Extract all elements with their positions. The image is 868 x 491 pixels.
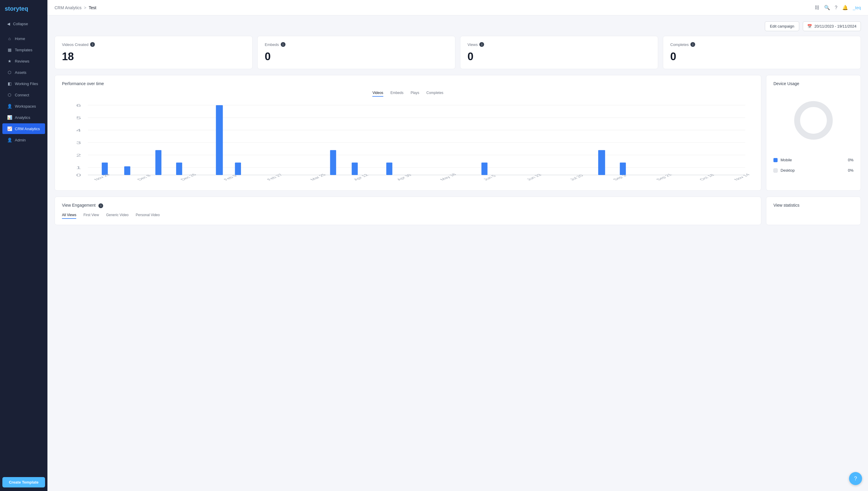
- stat-value: 0: [670, 50, 854, 63]
- sidebar-footer: Create Template: [0, 473, 48, 491]
- sidebar-item-reviews[interactable]: ★ Reviews: [2, 56, 45, 66]
- crm-analytics-icon: 📈: [7, 126, 12, 131]
- sidebar-item-templates[interactable]: ▦ Templates: [2, 45, 45, 55]
- donut-chart-svg: [793, 99, 834, 141]
- sidebar-item-working-files[interactable]: ◧ Working Files: [2, 78, 45, 89]
- chart-tab-plays[interactable]: Plays: [411, 91, 419, 97]
- svg-text:Mar 25: Mar 25: [309, 173, 327, 181]
- desktop-label: Desktop: [781, 168, 795, 173]
- svg-rect-19: [235, 163, 241, 175]
- info-icon[interactable]: i: [90, 42, 95, 47]
- engagement-card: View Engagement i All Views First View G…: [55, 197, 761, 225]
- svg-text:1: 1: [76, 166, 81, 170]
- assets-icon: ⬡: [7, 70, 12, 75]
- eng-tab-personal-video[interactable]: Personal Video: [136, 213, 160, 219]
- sidebar-item-home[interactable]: ⌂ Home: [2, 33, 45, 44]
- chart-tab-embeds[interactable]: Embeds: [390, 91, 403, 97]
- link-icon[interactable]: ⛓: [815, 5, 819, 10]
- stats-row: Videos Created i 18 Embeds i 0 Views i 0: [55, 36, 861, 69]
- sidebar-item-assets[interactable]: ⬡ Assets: [2, 67, 45, 78]
- view-stats-title: View statistics: [773, 203, 854, 207]
- sidebar-item-label: Connect: [15, 93, 29, 97]
- svg-text:3: 3: [76, 141, 81, 145]
- info-icon[interactable]: i: [479, 42, 484, 47]
- engagement-title-text: View Engagement: [62, 203, 95, 207]
- mobile-pct: 0%: [848, 158, 854, 162]
- user-label[interactable]: _teq: [853, 5, 861, 10]
- content-area: Edit campaign 📅 20/11/2023 - 19/11/2024 …: [48, 16, 868, 491]
- desktop-dot: [773, 168, 778, 173]
- device-legend-mobile: Mobile 0%: [773, 155, 854, 165]
- svg-rect-21: [352, 163, 358, 175]
- sidebar-item-label: CRM Analytics: [15, 126, 40, 131]
- stat-card-videos-created: Videos Created i 18: [55, 36, 252, 69]
- mobile-label: Mobile: [781, 158, 792, 162]
- chart-tab-completes[interactable]: Completes: [426, 91, 443, 97]
- svg-text:4: 4: [76, 128, 81, 133]
- stat-value: 18: [62, 50, 245, 63]
- stat-value: 0: [265, 50, 448, 63]
- svg-text:6: 6: [76, 104, 81, 108]
- sidebar-item-workspaces[interactable]: 👤 Workspaces: [2, 101, 45, 112]
- device-legend: Mobile 0% Desktop 0%: [773, 155, 854, 176]
- charts-row: Performance over time Videos Embeds Play…: [55, 75, 861, 191]
- stat-label: Completes i: [670, 42, 854, 47]
- support-button[interactable]: ?: [849, 472, 862, 485]
- bar-chart: 6 5 4 3 2 1 0: [62, 102, 754, 184]
- eng-tab-generic-video[interactable]: Generic Video: [106, 213, 129, 219]
- templates-icon: ▦: [7, 48, 12, 52]
- performance-chart-card: Performance over time Videos Embeds Play…: [55, 75, 761, 191]
- workspaces-icon: 👤: [7, 104, 12, 109]
- svg-rect-16: [155, 150, 161, 175]
- sidebar: storyteq ◀ Collapse ⌂ Home ▦ Templates ★…: [0, 0, 48, 491]
- sidebar-item-analytics[interactable]: 📊 Analytics: [2, 112, 45, 123]
- create-template-button[interactable]: Create Template: [2, 477, 45, 487]
- bottom-row: View Engagement i All Views First View G…: [55, 197, 861, 225]
- reviews-icon: ★: [7, 59, 12, 63]
- campaign-header: Edit campaign 📅 20/11/2023 - 19/11/2024: [55, 21, 861, 31]
- sidebar-item-label: Assets: [15, 70, 26, 75]
- svg-text:May 18: May 18: [439, 173, 457, 181]
- eng-tab-first-view[interactable]: First View: [83, 213, 99, 219]
- svg-rect-18: [216, 105, 222, 175]
- help-icon[interactable]: ?: [835, 5, 837, 10]
- svg-rect-20: [330, 150, 336, 175]
- search-icon[interactable]: 🔍: [824, 5, 830, 10]
- sidebar-item-label: Admin: [15, 138, 26, 142]
- info-icon[interactable]: i: [281, 42, 286, 47]
- sidebar-item-label: Templates: [15, 48, 32, 52]
- sidebar-item-label: Analytics: [15, 115, 30, 120]
- desktop-pct: 0%: [848, 168, 854, 173]
- mobile-dot: [773, 158, 778, 162]
- breadcrumb-current: Test: [89, 5, 96, 10]
- bell-icon[interactable]: 🔔: [842, 5, 848, 10]
- stat-label-text: Videos Created: [62, 42, 88, 47]
- admin-icon: 👤: [7, 138, 12, 142]
- stat-label: Embeds i: [265, 42, 448, 47]
- chart-tab-videos[interactable]: Videos: [372, 91, 383, 97]
- svg-text:5: 5: [76, 116, 81, 120]
- home-icon: ⌂: [7, 36, 12, 41]
- svg-text:Feb 9: Feb 9: [222, 174, 238, 181]
- logo-accent: teq: [19, 5, 28, 12]
- topbar-actions: ⛓ 🔍 ? 🔔 _teq: [815, 5, 861, 10]
- info-icon[interactable]: i: [690, 42, 695, 47]
- calendar-icon: 📅: [807, 24, 812, 28]
- collapse-button[interactable]: ◀ Collapse: [2, 19, 45, 29]
- stat-label-text: Completes: [670, 42, 689, 47]
- breadcrumb-separator: >: [84, 5, 86, 10]
- bar-chart-svg: 6 5 4 3 2 1 0: [62, 102, 754, 184]
- sidebar-item-label: Reviews: [15, 59, 29, 63]
- svg-text:0: 0: [76, 173, 81, 177]
- date-range: 📅 20/11/2023 - 19/11/2024: [803, 21, 861, 31]
- edit-campaign-button[interactable]: Edit campaign: [765, 21, 799, 31]
- sidebar-item-connect[interactable]: ⬡ Connect: [2, 90, 45, 100]
- sidebar-item-admin[interactable]: 👤 Admin: [2, 135, 45, 145]
- eng-tab-all-views[interactable]: All Views: [62, 213, 76, 219]
- performance-chart-title: Performance over time: [62, 81, 754, 86]
- collapse-icon: ◀: [7, 22, 10, 26]
- svg-text:2: 2: [76, 153, 81, 157]
- breadcrumb-parent[interactable]: CRM Analytics: [55, 5, 82, 10]
- sidebar-item-crm-analytics[interactable]: 📈 CRM Analytics: [2, 123, 45, 134]
- engagement-info-icon[interactable]: i: [98, 203, 103, 208]
